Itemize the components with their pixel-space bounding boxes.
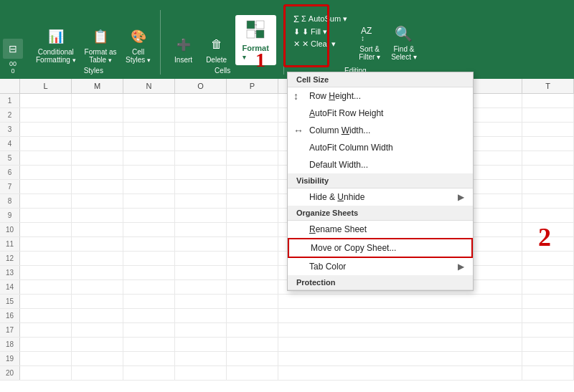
- svg-text:↕: ↕: [254, 29, 257, 34]
- table-row: 18: [0, 338, 574, 352]
- editing-group: Σ Σ AutoSum ▾ ⬇ ⬇ Fill ▾ ✕ ✕ Clear ▾: [286, 10, 425, 75]
- sort-filter-button[interactable]: AZ ↕ Sort &Filter ▾: [355, 21, 384, 62]
- organize-sheets-section-header: Organize Sheets: [288, 206, 473, 221]
- tab-color-arrow: ▶: [458, 262, 464, 272]
- visibility-section-header: Visibility: [288, 173, 473, 188]
- cells-group: ➕ Insert 🗑 Delete: [162, 10, 284, 75]
- protection-section-header: Protection: [288, 275, 473, 290]
- col-header-P: P: [227, 79, 278, 93]
- insert-button[interactable]: ➕ Insert: [169, 32, 198, 65]
- move-or-copy-sheet-menu-item[interactable]: Move or Copy Sheet...: [288, 238, 473, 258]
- ribbon: ⊟ 000 📊 ConditionalFormatting ▾ 📋 Format…: [0, 0, 574, 79]
- table-row: 16: [0, 309, 574, 323]
- svg-rect-3: [256, 30, 264, 38]
- styles-group-label: Styles: [84, 67, 103, 75]
- tab-color-menu-item[interactable]: Tab Color ▶: [288, 258, 473, 275]
- table-row: 20: [0, 366, 574, 381]
- cell-styles-icon: 🎨: [127, 25, 150, 48]
- autofit-column-width-menu-item[interactable]: AutoFit Column Width: [288, 139, 473, 156]
- ribbon-icon-1[interactable]: ⊟: [3, 39, 23, 59]
- sort-filter-icon: AZ ↕: [358, 22, 381, 45]
- autofit-row-height-menu-item[interactable]: AutoFit Row Height: [288, 105, 473, 122]
- row-height-menu-item[interactable]: ↕ Row Height...: [288, 87, 473, 105]
- svg-text:↕: ↕: [361, 34, 364, 42]
- row-number-header: [0, 79, 20, 93]
- conditional-formatting-icon: 📊: [44, 25, 67, 48]
- col-header-M: M: [72, 79, 123, 93]
- format-as-table-icon: 📋: [89, 25, 112, 48]
- find-select-icon: 🔍: [392, 22, 415, 45]
- col-header-T: T: [522, 79, 574, 93]
- default-width-menu-item[interactable]: Default Width...: [288, 156, 473, 173]
- autosum-button[interactable]: Σ Σ AutoSum ▾: [291, 13, 349, 25]
- row-count-label: 000: [3, 60, 23, 75]
- cell-styles-button[interactable]: 🎨 CellStyles ▾: [123, 24, 154, 65]
- row-height-icon: ↕: [293, 90, 298, 102]
- format-as-table-button[interactable]: 📋 Format asTable ▾: [82, 24, 120, 65]
- delete-icon: 🗑: [205, 33, 228, 56]
- insert-icon: ➕: [172, 33, 195, 56]
- col-header-O: O: [175, 79, 227, 93]
- table-row: 15: [0, 295, 574, 309]
- table-row: 17: [0, 323, 574, 338]
- fill-button[interactable]: ⬇ ⬇ Fill ▾: [291, 27, 349, 37]
- cell-size-section-header: Cell Size: [288, 72, 473, 87]
- annotation-number-1: 1: [255, 49, 265, 72]
- rename-sheet-menu-item[interactable]: Rename Sheet: [288, 221, 473, 238]
- format-icon: ↔ ↕: [245, 19, 265, 44]
- find-select-button[interactable]: 🔍 Find &Select ▾: [388, 21, 420, 62]
- col-header-N: N: [123, 79, 175, 93]
- styles-group: 📊 ConditionalFormatting ▾ 📋 Format asTab…: [27, 10, 161, 75]
- svg-text:↔: ↔: [253, 22, 258, 27]
- column-width-icon: ↔: [293, 125, 304, 136]
- format-dropdown-menu: Cell Size ↕ Row Height... AutoFit Row He…: [287, 72, 474, 291]
- clear-button[interactable]: ✕ ✕ Clear ▾: [291, 39, 349, 49]
- delete-button[interactable]: 🗑 Delete: [202, 32, 231, 65]
- column-width-menu-item[interactable]: ↔ Column Width...: [288, 122, 473, 139]
- table-row: 19: [0, 352, 574, 366]
- col-header-L: L: [20, 79, 72, 93]
- conditional-formatting-button[interactable]: 📊 ConditionalFormatting ▾: [33, 24, 79, 65]
- hide-unhide-menu-item[interactable]: Hide & Unhide ▶: [288, 188, 473, 206]
- cells-group-label: Cells: [215, 67, 230, 75]
- annotation-number-2: 2: [538, 222, 551, 252]
- hide-unhide-arrow: ▶: [458, 192, 464, 202]
